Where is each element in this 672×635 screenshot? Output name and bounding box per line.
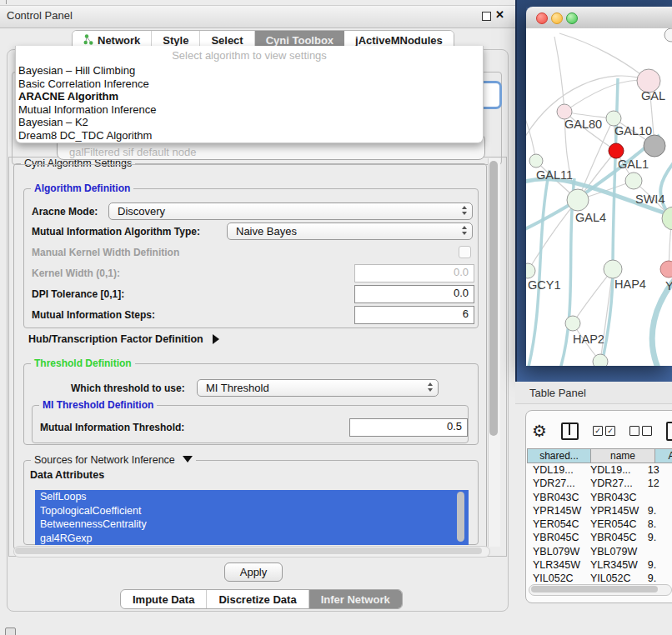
network-edge[interactable] bbox=[526, 108, 536, 161]
table-row[interactable]: YIL052CYIL052C9. bbox=[527, 572, 672, 583]
tab-infer-network-label: Infer Network bbox=[321, 593, 390, 606]
network-node-label: GAL1 bbox=[618, 158, 649, 171]
table-cell: 9. bbox=[642, 572, 672, 583]
split-columns-icon[interactable] bbox=[561, 422, 579, 440]
algorithm-option[interactable]: ARACNE Algorithm bbox=[18, 90, 481, 103]
network-node[interactable] bbox=[644, 135, 665, 157]
sources-group-title: Sources for Network Inference bbox=[31, 454, 196, 466]
network-node-gcy1[interactable] bbox=[526, 263, 535, 278]
dpi-tolerance-field[interactable]: 0.0 bbox=[354, 285, 474, 303]
tab-infer-network[interactable]: Infer Network bbox=[309, 590, 402, 608]
tab-impute-data[interactable]: Impute Data bbox=[121, 590, 207, 608]
algorithm-option[interactable]: Bayesian – Hill Climbing bbox=[18, 64, 481, 78]
network-canvas[interactable]: GALGAL80GAL10GAL1GAL11SWI4GAL4GCY1HAP4YH… bbox=[526, 28, 672, 366]
data-attributes-label: Data Attributes bbox=[30, 469, 104, 481]
select-all-checks-icon[interactable]: ✓✓ bbox=[593, 426, 615, 436]
table-row[interactable]: YBR045CYBR045C9. bbox=[527, 531, 672, 544]
network-edge[interactable] bbox=[554, 37, 564, 112]
network-node-label: Y bbox=[665, 279, 672, 292]
table-row[interactable]: YDL19...YDL19...13 bbox=[527, 463, 672, 477]
table-row[interactable]: YDR27...YDR27...12 bbox=[527, 477, 672, 490]
collapsed-panel-icon[interactable] bbox=[5, 628, 16, 635]
network-canvas-svg: GALGAL80GAL10GAL1GAL11SWI4GAL4GCY1HAP4YH… bbox=[526, 28, 672, 366]
network-node-gal4[interactable] bbox=[567, 189, 589, 211]
network-node-y[interactable] bbox=[660, 261, 672, 278]
algorithm-dropdown: Select algorithm to view settings Bayesi… bbox=[15, 46, 484, 143]
table-row[interactable]: YER054CYER054C8. bbox=[527, 518, 672, 531]
data-attributes-list[interactable]: SelfLoopsTopologicalCoefficientBetweenne… bbox=[35, 490, 469, 545]
network-node[interactable] bbox=[609, 143, 624, 158]
expand-right-icon[interactable] bbox=[213, 334, 219, 344]
network-edge[interactable] bbox=[559, 33, 649, 81]
aracne-mode-value: Discovery bbox=[118, 205, 165, 218]
which-threshold-value: MI Threshold bbox=[206, 382, 269, 394]
network-node-swi4[interactable] bbox=[662, 207, 672, 230]
table-hscrollbar-thumb[interactable] bbox=[531, 586, 658, 592]
mi-steps-label: Mutual Information Steps: bbox=[32, 309, 155, 321]
table-cell: 9. bbox=[642, 531, 672, 544]
table-row[interactable]: YBL079WYBL079W bbox=[527, 545, 672, 558]
mi-threshold-field[interactable]: 0.5 bbox=[349, 418, 468, 437]
settings-vscrollbar-thumb[interactable] bbox=[489, 161, 498, 436]
attribute-list-item[interactable]: SelfLoops bbox=[35, 490, 469, 504]
table-row[interactable]: YPR145WYPR145W9. bbox=[527, 504, 672, 518]
tab-cyni-toolbox-label: Cyni Toolbox bbox=[266, 34, 333, 47]
sources-title-text: Sources for Network Inference bbox=[34, 454, 175, 466]
attribute-list-item[interactable]: BetweennessCentrality bbox=[35, 518, 469, 532]
collapse-down-icon[interactable] bbox=[183, 456, 193, 462]
algorithm-option[interactable]: Basic Correlation Inference bbox=[18, 78, 481, 91]
aracne-mode-combo[interactable]: Discovery bbox=[108, 202, 473, 220]
attribute-list-item[interactable]: gal4RGexp bbox=[35, 532, 469, 546]
tab-discretize-data[interactable]: Discretize Data bbox=[207, 590, 308, 608]
tab-discretize-data-label: Discretize Data bbox=[218, 593, 296, 606]
table-row[interactable]: YLR345WYLR345W9. bbox=[527, 558, 672, 572]
table-column-header[interactable]: name bbox=[591, 448, 655, 463]
network-node[interactable] bbox=[664, 28, 672, 42]
kernel-width-field[interactable]: 0.0 bbox=[354, 264, 474, 282]
algorithm-dropdown-prompt: Select algorithm to view settings bbox=[16, 49, 483, 62]
manual-kernel-checkbox[interactable] bbox=[459, 246, 471, 258]
algorithm-option[interactable]: Bayesian – K2 bbox=[18, 116, 481, 129]
table-column-header[interactable]: shared... bbox=[527, 448, 591, 463]
network-window[interactable]: GALGAL80GAL10GAL1GAL11SWI4GAL4GCY1HAP4YH… bbox=[526, 7, 672, 366]
table-row[interactable]: YBR043CYBR043C bbox=[527, 491, 672, 504]
attribute-list-item[interactable]: TopologicalCoefficient bbox=[35, 504, 469, 518]
network-node-hap2[interactable] bbox=[565, 316, 580, 331]
network-node-gal1[interactable] bbox=[625, 172, 642, 189]
table-cell: YDR27... bbox=[527, 477, 584, 490]
close-icon[interactable]: ✕ bbox=[495, 8, 504, 21]
network-node-label: GCY1 bbox=[528, 278, 561, 292]
table-cell: YLR345W bbox=[527, 558, 584, 572]
which-threshold-combo[interactable]: MI Threshold bbox=[197, 379, 439, 397]
network-node-label: GAL4 bbox=[575, 211, 606, 224]
apply-button[interactable]: Apply bbox=[224, 562, 283, 582]
deselect-all-checks-icon[interactable] bbox=[629, 426, 652, 436]
algorithm-option[interactable]: Mutual Information Inference bbox=[18, 103, 481, 117]
table-cell: YDR27... bbox=[584, 477, 642, 490]
network-node-gal11[interactable] bbox=[529, 154, 543, 168]
minimize-traffic-light[interactable] bbox=[551, 12, 563, 24]
import-table-icon[interactable] bbox=[666, 422, 672, 441]
combo-arrows-icon bbox=[428, 382, 433, 392]
table-cell: 8. bbox=[642, 518, 672, 531]
network-node[interactable] bbox=[593, 354, 608, 366]
zoom-traffic-light[interactable] bbox=[566, 12, 578, 24]
hub-definition-label[interactable]: Hub/Transcription Factor Definition bbox=[28, 333, 219, 345]
mi-type-combo[interactable]: Naive Bayes bbox=[227, 222, 473, 240]
network-window-titlebar[interactable] bbox=[526, 7, 672, 29]
table-column-header[interactable]: A bbox=[655, 448, 672, 463]
threshold-definition-title: Threshold Definition bbox=[31, 358, 135, 369]
network-edge[interactable] bbox=[564, 80, 649, 112]
mi-steps-field[interactable]: 6 bbox=[354, 306, 474, 324]
algorithm-option[interactable]: Dream8 DC_TDC Algorithm bbox=[18, 129, 481, 142]
attributes-vscrollbar-thumb[interactable] bbox=[457, 492, 464, 542]
settings-hscrollbar-thumb[interactable] bbox=[15, 548, 482, 554]
mi-threshold-group-title: MI Threshold Definition bbox=[39, 399, 157, 411]
table-cell: YBR043C bbox=[527, 491, 584, 504]
control-panel-header bbox=[0, 5, 515, 28]
gear-icon[interactable]: ⚙ bbox=[532, 422, 547, 439]
network-node-hap4[interactable] bbox=[604, 260, 622, 278]
float-window-icon[interactable] bbox=[482, 12, 491, 21]
table-cell: YDL19... bbox=[527, 463, 584, 477]
close-traffic-light[interactable] bbox=[536, 12, 548, 24]
